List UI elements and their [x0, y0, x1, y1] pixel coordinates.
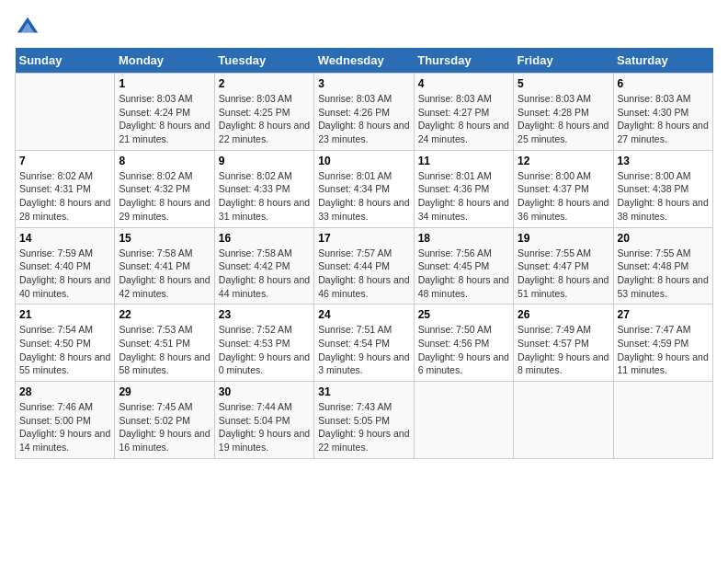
day-cell: 11Sunrise: 8:01 AMSunset: 4:36 PMDayligh…	[414, 150, 513, 227]
week-row-3: 14Sunrise: 7:59 AMSunset: 4:40 PMDayligh…	[16, 227, 713, 304]
day-number: 16	[219, 232, 310, 245]
day-info: Sunrise: 7:58 AMSunset: 4:41 PMDaylight:…	[119, 247, 210, 301]
day-header-wednesday: Wednesday	[314, 48, 414, 74]
day-cell: 15Sunrise: 7:58 AMSunset: 4:41 PMDayligh…	[115, 227, 214, 304]
day-info: Sunrise: 7:53 AMSunset: 4:51 PMDaylight:…	[119, 323, 210, 377]
day-info: Sunrise: 7:45 AMSunset: 5:02 PMDaylight:…	[119, 400, 210, 454]
header-row: SundayMondayTuesdayWednesdayThursdayFrid…	[16, 48, 713, 74]
day-info: Sunrise: 8:03 AMSunset: 4:25 PMDaylight:…	[219, 92, 310, 146]
day-header-saturday: Saturday	[613, 48, 712, 74]
day-number: 14	[19, 232, 110, 245]
week-row-1: 1Sunrise: 8:03 AMSunset: 4:24 PMDaylight…	[16, 74, 713, 151]
day-number: 22	[119, 308, 210, 321]
day-cell: 22Sunrise: 7:53 AMSunset: 4:51 PMDayligh…	[115, 304, 214, 382]
week-row-4: 21Sunrise: 7:54 AMSunset: 4:50 PMDayligh…	[16, 304, 713, 382]
day-cell: 25Sunrise: 7:50 AMSunset: 4:56 PMDayligh…	[414, 304, 513, 382]
day-number: 9	[219, 155, 310, 167]
day-cell: 24Sunrise: 7:51 AMSunset: 4:54 PMDayligh…	[314, 304, 414, 382]
day-cell: 16Sunrise: 7:58 AMSunset: 4:42 PMDayligh…	[214, 227, 313, 304]
day-number: 29	[119, 385, 210, 398]
day-cell: 29Sunrise: 7:45 AMSunset: 5:02 PMDayligh…	[115, 382, 214, 459]
week-row-2: 7Sunrise: 8:02 AMSunset: 4:31 PMDaylight…	[16, 150, 713, 227]
day-number: 13	[618, 155, 709, 167]
day-info: Sunrise: 8:03 AMSunset: 4:28 PMDaylight:…	[518, 92, 609, 146]
day-info: Sunrise: 8:00 AMSunset: 4:38 PMDaylight:…	[618, 169, 709, 224]
day-number: 31	[318, 385, 409, 398]
day-info: Sunrise: 7:54 AMSunset: 4:50 PMDaylight:…	[19, 323, 110, 377]
calendar-table: SundayMondayTuesdayWednesdayThursdayFrid…	[15, 48, 713, 459]
day-cell	[16, 74, 115, 151]
day-number: 17	[318, 232, 409, 245]
day-cell: 6Sunrise: 8:03 AMSunset: 4:30 PMDaylight…	[613, 74, 712, 151]
day-number: 6	[618, 77, 709, 90]
day-cell: 13Sunrise: 8:00 AMSunset: 4:38 PMDayligh…	[613, 150, 712, 227]
day-info: Sunrise: 7:52 AMSunset: 4:53 PMDaylight:…	[219, 323, 310, 377]
day-info: Sunrise: 8:03 AMSunset: 4:24 PMDaylight:…	[119, 92, 210, 146]
day-number: 23	[219, 308, 310, 321]
day-info: Sunrise: 7:55 AMSunset: 4:48 PMDaylight:…	[618, 247, 709, 301]
page-header	[15, 15, 713, 40]
day-number: 1	[119, 77, 210, 90]
day-number: 24	[318, 308, 409, 321]
day-number: 21	[19, 308, 110, 321]
day-info: Sunrise: 8:03 AMSunset: 4:26 PMDaylight:…	[318, 92, 409, 146]
day-cell: 5Sunrise: 8:03 AMSunset: 4:28 PMDaylight…	[514, 74, 613, 151]
day-number: 28	[19, 385, 110, 398]
day-info: Sunrise: 7:50 AMSunset: 4:56 PMDaylight:…	[418, 323, 509, 377]
day-number: 20	[618, 232, 709, 245]
day-cell: 7Sunrise: 8:02 AMSunset: 4:31 PMDaylight…	[16, 150, 115, 227]
day-info: Sunrise: 8:00 AMSunset: 4:37 PMDaylight:…	[518, 169, 609, 224]
day-number: 25	[418, 308, 509, 321]
day-info: Sunrise: 8:03 AMSunset: 4:30 PMDaylight:…	[618, 92, 709, 146]
day-number: 30	[219, 385, 310, 398]
day-info: Sunrise: 7:55 AMSunset: 4:47 PMDaylight:…	[518, 247, 609, 301]
day-cell	[414, 382, 513, 459]
day-number: 19	[518, 232, 609, 245]
day-info: Sunrise: 7:58 AMSunset: 4:42 PMDaylight:…	[219, 247, 310, 301]
day-cell: 4Sunrise: 8:03 AMSunset: 4:27 PMDaylight…	[414, 74, 513, 151]
day-info: Sunrise: 8:01 AMSunset: 4:36 PMDaylight:…	[418, 169, 509, 224]
day-info: Sunrise: 7:57 AMSunset: 4:44 PMDaylight:…	[318, 247, 409, 301]
day-cell: 21Sunrise: 7:54 AMSunset: 4:50 PMDayligh…	[16, 304, 115, 382]
day-cell	[613, 382, 712, 459]
day-info: Sunrise: 7:51 AMSunset: 4:54 PMDaylight:…	[318, 323, 409, 377]
day-number: 10	[318, 155, 409, 167]
day-header-monday: Monday	[115, 48, 214, 74]
day-info: Sunrise: 7:56 AMSunset: 4:45 PMDaylight:…	[418, 247, 509, 301]
day-info: Sunrise: 7:46 AMSunset: 5:00 PMDaylight:…	[19, 400, 110, 454]
day-info: Sunrise: 7:59 AMSunset: 4:40 PMDaylight:…	[19, 247, 110, 301]
day-number: 12	[518, 155, 609, 167]
day-cell: 19Sunrise: 7:55 AMSunset: 4:47 PMDayligh…	[514, 227, 613, 304]
day-info: Sunrise: 7:43 AMSunset: 5:05 PMDaylight:…	[318, 400, 409, 454]
day-cell: 26Sunrise: 7:49 AMSunset: 4:57 PMDayligh…	[514, 304, 613, 382]
day-number: 27	[618, 308, 709, 321]
day-cell: 3Sunrise: 8:03 AMSunset: 4:26 PMDaylight…	[314, 74, 414, 151]
logo	[15, 15, 44, 40]
day-header-sunday: Sunday	[16, 48, 115, 74]
day-number: 2	[219, 77, 310, 90]
day-number: 5	[518, 77, 609, 90]
day-info: Sunrise: 8:01 AMSunset: 4:34 PMDaylight:…	[318, 169, 409, 224]
day-cell	[514, 382, 613, 459]
day-cell: 2Sunrise: 8:03 AMSunset: 4:25 PMDaylight…	[214, 74, 313, 151]
day-number: 26	[518, 308, 609, 321]
day-cell: 27Sunrise: 7:47 AMSunset: 4:59 PMDayligh…	[613, 304, 712, 382]
day-info: Sunrise: 7:44 AMSunset: 5:04 PMDaylight:…	[219, 400, 310, 454]
day-number: 3	[318, 77, 409, 90]
day-cell: 17Sunrise: 7:57 AMSunset: 4:44 PMDayligh…	[314, 227, 414, 304]
day-cell: 23Sunrise: 7:52 AMSunset: 4:53 PMDayligh…	[214, 304, 313, 382]
day-number: 8	[119, 155, 210, 167]
day-cell: 30Sunrise: 7:44 AMSunset: 5:04 PMDayligh…	[214, 382, 313, 459]
day-cell: 18Sunrise: 7:56 AMSunset: 4:45 PMDayligh…	[414, 227, 513, 304]
day-info: Sunrise: 8:02 AMSunset: 4:33 PMDaylight:…	[219, 169, 310, 224]
day-cell: 14Sunrise: 7:59 AMSunset: 4:40 PMDayligh…	[16, 227, 115, 304]
day-number: 4	[418, 77, 509, 90]
logo-icon	[15, 15, 40, 40]
day-header-friday: Friday	[514, 48, 613, 74]
day-cell: 31Sunrise: 7:43 AMSunset: 5:05 PMDayligh…	[314, 382, 414, 459]
day-cell: 8Sunrise: 8:02 AMSunset: 4:32 PMDaylight…	[115, 150, 214, 227]
day-cell: 20Sunrise: 7:55 AMSunset: 4:48 PMDayligh…	[613, 227, 712, 304]
week-row-5: 28Sunrise: 7:46 AMSunset: 5:00 PMDayligh…	[16, 382, 713, 459]
day-header-tuesday: Tuesday	[214, 48, 313, 74]
day-info: Sunrise: 7:49 AMSunset: 4:57 PMDaylight:…	[518, 323, 609, 377]
